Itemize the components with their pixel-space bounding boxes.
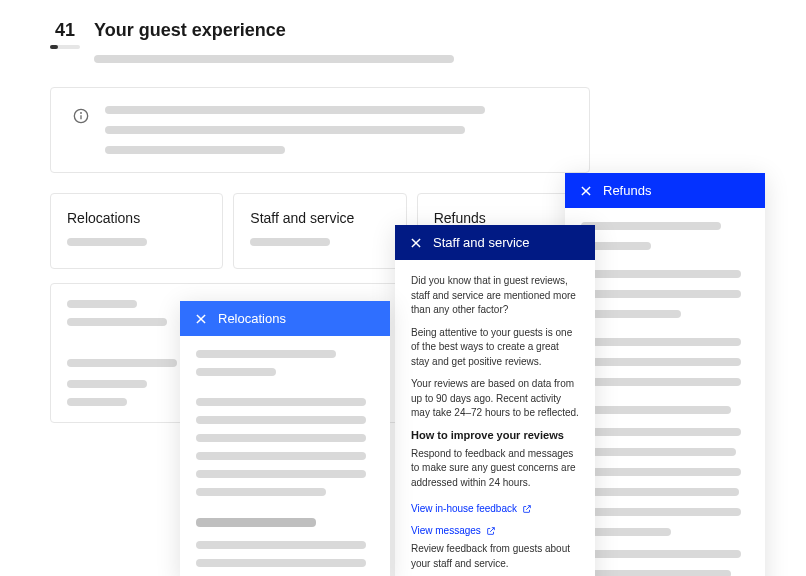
score-number: 41 <box>55 20 75 41</box>
panel-title: Relocations <box>218 311 286 326</box>
tile-title: Staff and service <box>250 210 389 226</box>
header-row: 41 Your guest experience <box>50 20 590 63</box>
info-callout <box>50 87 590 173</box>
external-link-icon <box>522 504 532 514</box>
tile-staff-and-service[interactable]: Staff and service <box>233 193 406 269</box>
subtitle-placeholder <box>94 55 454 63</box>
link-view-messages[interactable]: View messages <box>411 525 496 536</box>
section-title: How to improve your reviews <box>411 429 579 441</box>
panel-staff-and-service: Staff and service Did you know that in g… <box>395 225 595 576</box>
score-bar <box>50 45 80 49</box>
info-icon <box>73 108 89 124</box>
panel-header: Relocations <box>180 301 390 336</box>
svg-point-2 <box>81 113 82 114</box>
panel-header: Staff and service <box>395 225 595 260</box>
tile-title: Refunds <box>434 210 573 226</box>
tile-title: Relocations <box>67 210 206 226</box>
external-link-icon <box>486 526 496 536</box>
page-title: Your guest experience <box>94 20 590 41</box>
close-icon[interactable] <box>194 312 208 326</box>
score: 41 <box>50 20 80 49</box>
panel-header: Refunds <box>565 173 765 208</box>
close-icon[interactable] <box>409 236 423 250</box>
paragraph: Respond to feedback and messages to make… <box>411 447 579 491</box>
paragraph: Your reviews are based on data from up t… <box>411 377 579 421</box>
link-view-in-house-feedback[interactable]: View in-house feedback <box>411 503 532 514</box>
panel-title: Refunds <box>603 183 651 198</box>
panel-refunds: Refunds <box>565 173 765 576</box>
tile-relocations[interactable]: Relocations <box>50 193 223 269</box>
paragraph: Did you know that in guest reviews, staf… <box>411 274 579 318</box>
paragraph: Being attentive to your guests is one of… <box>411 326 579 370</box>
panel-title: Staff and service <box>433 235 530 250</box>
paragraph: Review feedback from guests about your s… <box>411 542 579 571</box>
panel-relocations: Relocations <box>180 301 390 576</box>
close-icon[interactable] <box>579 184 593 198</box>
